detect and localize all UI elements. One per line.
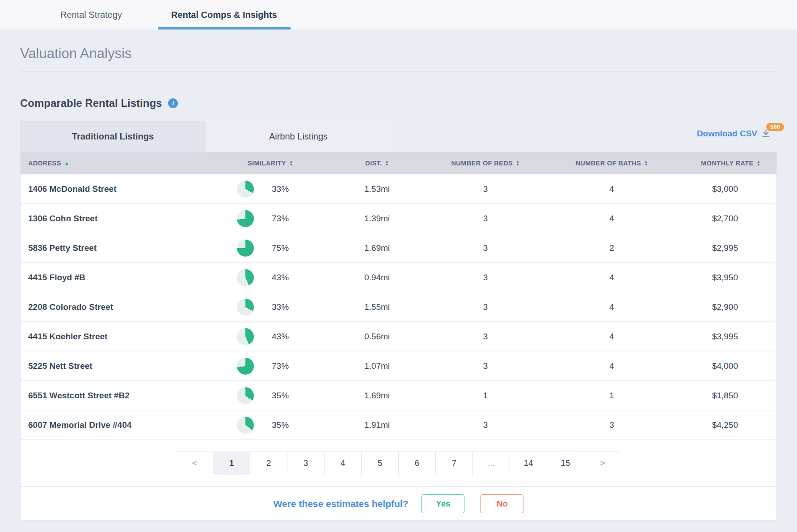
sort-asc-icon[interactable]: ▲	[64, 160, 69, 166]
cell-monthly-rate: $3,000	[671, 184, 776, 194]
column-header-similarity[interactable]: SIMILARITY ▲▼	[226, 160, 336, 167]
table-row[interactable]: 1306 Cohn Street73%1.39mi34$2,700	[21, 204, 776, 233]
table-row[interactable]: 4415 Koehler Street43%0.56mi34$3,995	[21, 322, 776, 351]
table-row[interactable]: 1406 McDonald Street33%1.53mi34$3,000	[21, 174, 776, 204]
tab-airbnb-listings[interactable]: Airbnb Listings	[206, 121, 391, 152]
pagination-page-6[interactable]: 6	[398, 452, 436, 475]
cell-monthly-rate: $4,000	[671, 361, 776, 371]
similarity-pie-chart	[237, 299, 254, 316]
column-label: NUMBER OF BATHS	[575, 160, 641, 167]
cell-beds: 3	[418, 361, 552, 371]
similarity-value: 35%	[272, 420, 289, 430]
cell-monthly-rate: $1,850	[671, 391, 776, 401]
main-content: Valuation Analysis Comparable Rental Lis…	[0, 46, 797, 521]
pagination-page-15[interactable]: 15	[547, 452, 584, 475]
column-label: NUMBER OF BEDS	[451, 160, 513, 167]
column-label: ADDRESS	[28, 160, 61, 167]
cell-distance: 1.55mi	[336, 302, 418, 312]
sort-icon[interactable]: ▲▼	[385, 160, 389, 166]
cell-beds: 3	[418, 214, 552, 224]
cell-baths: 4	[552, 332, 671, 342]
table-row[interactable]: 6551 Westcott Street #B235%1.69mi11$1,85…	[21, 381, 776, 410]
info-icon[interactable]: i	[168, 98, 178, 108]
tab-traditional-listings[interactable]: Traditional Listings	[20, 121, 206, 152]
feedback-yes-button[interactable]: Yes	[422, 494, 464, 513]
table-row[interactable]: 2208 Colorado Street33%1.55mi34$2,900	[21, 292, 776, 322]
column-header-beds[interactable]: NUMBER OF BEDS ▲▼	[418, 160, 552, 167]
similarity-value: 73%	[272, 361, 289, 371]
cell-monthly-rate: $2,995	[671, 243, 776, 253]
table-row[interactable]: 5225 Nett Street73%1.07mi34$4,000	[21, 351, 776, 381]
feedback-bar: Were these estimates helpful? Yes No	[21, 486, 776, 520]
similarity-pie-chart	[237, 210, 254, 227]
cell-address: 5225 Nett Street	[21, 361, 226, 371]
cell-similarity: 73%	[226, 358, 336, 375]
similarity-pie-chart	[237, 358, 254, 375]
similarity-pie-chart	[237, 181, 254, 198]
pagination-page-3[interactable]: 3	[287, 452, 325, 475]
cell-beds: 3	[418, 420, 552, 430]
table-row[interactable]: 6007 Memorial Drive #40435%1.91mi33$4,25…	[21, 410, 776, 440]
cell-baths: 4	[552, 361, 671, 371]
listings-tabs-row: Traditional Listings Airbnb Listings Dow…	[20, 121, 777, 152]
pagination-page-7[interactable]: 7	[435, 452, 473, 475]
similarity-value: 73%	[272, 214, 289, 224]
active-tab-underline	[158, 27, 291, 30]
sort-icon[interactable]: ▲▼	[289, 160, 293, 166]
cell-distance: 0.94mi	[336, 273, 418, 283]
tab-rental-strategy[interactable]: Rental Strategy	[47, 0, 135, 30]
cell-address: 4415 Floyd #B	[21, 273, 226, 283]
column-header-monthly-rate[interactable]: MONTHLY RATE ▲▼	[671, 160, 776, 167]
pagination-page-14[interactable]: 14	[510, 452, 547, 475]
cell-address: 6007 Memorial Drive #404	[21, 420, 226, 430]
cell-similarity: 43%	[226, 328, 336, 345]
subtab-label: Traditional Listings	[72, 131, 154, 142]
cell-similarity: 35%	[226, 387, 336, 404]
cell-baths: 4	[552, 184, 671, 194]
cell-distance: 1.39mi	[336, 214, 418, 224]
cell-address: 6551 Westcott Street #B2	[21, 391, 226, 401]
feedback-no-button[interactable]: No	[481, 494, 523, 513]
cell-baths: 4	[552, 214, 671, 224]
pagination-page-1[interactable]: 1	[213, 452, 250, 475]
table-header-row: ADDRESS ▲ SIMILARITY ▲▼ DIST. ▲▼ NUMBER …	[21, 152, 776, 174]
pagination-page-5[interactable]: 5	[361, 452, 399, 475]
cell-address: 5836 Petty Street	[21, 243, 226, 253]
similarity-value: 33%	[272, 302, 289, 312]
cell-address: 2208 Colorado Street	[21, 302, 226, 312]
similarity-pie-chart	[237, 269, 254, 286]
cell-baths: 1	[552, 391, 671, 401]
table-row[interactable]: 4415 Floyd #B43%0.94mi34$3,950	[21, 263, 776, 292]
sort-icon[interactable]: ▲▼	[644, 160, 648, 166]
pagination-ellipsis: ...	[472, 452, 510, 475]
download-csv-link[interactable]: Download CSV 500	[697, 129, 771, 139]
column-header-baths[interactable]: NUMBER OF BATHS ▲▼	[552, 160, 671, 167]
pagination-page-2[interactable]: 2	[250, 452, 287, 475]
pagination-prev[interactable]: <	[176, 452, 213, 475]
page-title: Valuation Analysis	[20, 46, 777, 72]
cell-similarity: 33%	[226, 299, 336, 316]
pagination-page-4[interactable]: 4	[324, 452, 362, 475]
similarity-value: 75%	[272, 243, 289, 253]
tab-label: Rental Strategy	[60, 10, 122, 20]
column-header-distance[interactable]: DIST. ▲▼	[336, 160, 418, 167]
cell-distance: 1.69mi	[336, 243, 418, 253]
sort-icon[interactable]: ▲▼	[757, 160, 760, 166]
column-header-address[interactable]: ADDRESS ▲	[21, 160, 226, 167]
feedback-question: Were these estimates helpful?	[274, 498, 409, 509]
cell-beds: 3	[418, 243, 552, 253]
pagination-next[interactable]: >	[584, 452, 621, 475]
column-label: SIMILARITY	[248, 160, 286, 167]
cell-address: 1306 Cohn Street	[21, 214, 226, 224]
cell-monthly-rate: $3,950	[671, 273, 776, 283]
tab-rental-comps-insights[interactable]: Rental Comps & Insights	[158, 0, 291, 30]
sort-icon[interactable]: ▲▼	[516, 160, 519, 166]
cell-baths: 4	[552, 302, 671, 312]
column-label: DIST.	[365, 160, 382, 167]
cell-distance: 0.56mi	[336, 332, 418, 342]
cell-beds: 1	[418, 391, 552, 401]
cell-baths: 3	[552, 420, 671, 430]
table-row[interactable]: 5836 Petty Street75%1.69mi32$2,995	[21, 233, 776, 263]
cell-similarity: 33%	[226, 181, 336, 198]
comps-table-card: ADDRESS ▲ SIMILARITY ▲▼ DIST. ▲▼ NUMBER …	[20, 152, 777, 521]
